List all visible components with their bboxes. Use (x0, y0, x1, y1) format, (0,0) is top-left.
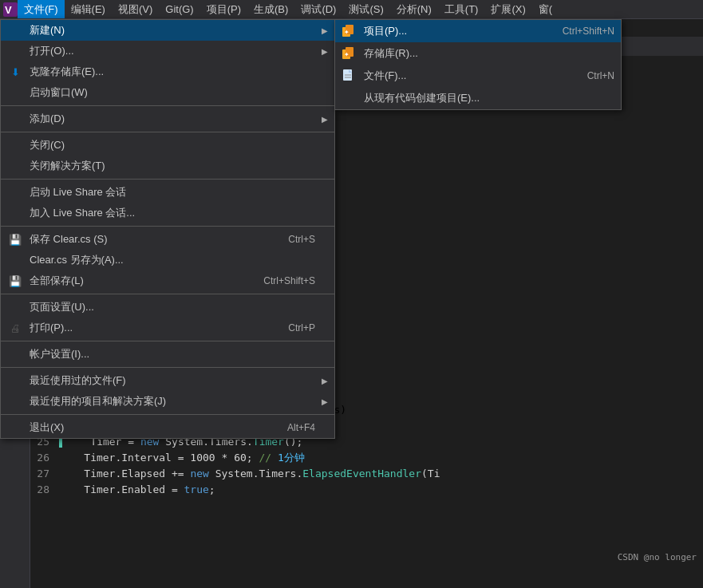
menu-item-live-share-start-label: 启动 Live Share 会话 (30, 185, 126, 199)
menu-item-recent-projects-label: 最近使用的项目和解决方案(J) (30, 394, 166, 408)
save-shortcut: Ctrl+S (288, 234, 315, 245)
menu-window[interactable]: 窗( (532, 0, 559, 18)
clone-icon: ⬇ (7, 64, 23, 80)
menu-item-clone[interactable]: ⬇ 克隆存储库(E)... (1, 61, 334, 82)
menu-item-join-live-label: 加入 Live Share 会话... (30, 206, 135, 220)
submenu-new-repo-label: 存储库(R)... (364, 46, 418, 61)
svg-text:✦: ✦ (344, 29, 350, 36)
svg-text:✦: ✦ (344, 51, 350, 58)
print-icon: 🖨 (7, 320, 23, 336)
submenu-new-project-label: 项目(P)... (364, 24, 407, 38)
menu-view[interactable]: 视图(V) (112, 0, 159, 18)
menu-item-save-all-label: 全部保存(L) (30, 274, 84, 288)
menu-item-exit-label: 退出(X) (30, 420, 64, 435)
menu-item-page-setup[interactable]: 页面设置(U)... (1, 297, 334, 318)
sep-7 (1, 367, 334, 368)
submenu-new-repo[interactable]: ✦ 存储库(R)... (335, 42, 621, 65)
new-repo-icon: ✦ (340, 45, 357, 62)
menu-item-print[interactable]: 🖨 打印(P)... Ctrl+P (1, 318, 334, 338)
menu-item-save-as[interactable]: Clear.cs 另存为(A)... (1, 250, 334, 270)
file-menu-dropdown: 新建(N) 打开(O)... ⬇ 克隆存储库(E)... 启动窗口(W) 添加(… (0, 19, 335, 439)
sep-8 (1, 414, 334, 415)
menu-test[interactable]: 测试(S) (342, 0, 389, 18)
menu-bar: V 文件(F) 编辑(E) 视图(V) Git(G) 项目(P) 生成(B) 调… (0, 0, 703, 19)
sep-6 (1, 341, 334, 341)
menu-item-save-all[interactable]: 💾 全部保存(L) Ctrl+Shift+S (1, 270, 334, 291)
menu-item-close-solution[interactable]: 关闭解决方案(T) (1, 156, 334, 176)
menu-extensions[interactable]: 扩展(X) (484, 0, 531, 18)
menu-item-join-live[interactable]: 加入 Live Share 会话... (1, 203, 334, 223)
submenu-new-file-label: 文件(F)... (364, 69, 406, 83)
menu-debug[interactable]: 调试(D) (294, 0, 342, 18)
menu-item-close-label: 关闭(C) (30, 138, 65, 152)
menu-item-recent-files[interactable]: 最近使用过的文件(F) (1, 370, 334, 391)
submenu-new-file-shortcut: Ctrl+N (587, 70, 614, 81)
menu-item-print-label: 打印(P)... (30, 321, 73, 335)
menu-item-new-label: 新建(N) (30, 23, 65, 37)
menu-item-save-as-label: Clear.cs 另存为(A)... (30, 253, 124, 267)
menu-item-recent-files-label: 最近使用过的文件(F) (30, 373, 126, 388)
menu-item-clone-label: 克隆存储库(E)... (30, 65, 104, 79)
watermark-label: CSDN @no longer (618, 550, 697, 566)
sep-4 (1, 226, 334, 227)
menu-item-account-label: 帐户设置(I)... (30, 347, 89, 361)
menu-item-account[interactable]: 帐户设置(I)... (1, 344, 334, 365)
submenu-new: ✦ 项目(P)... Ctrl+Shift+N ✦ 存储库(R)... 文件(F… (334, 19, 622, 110)
submenu-from-code-label: 从现有代码创建项目(E)... (364, 91, 480, 105)
sep-2 (1, 132, 334, 132)
menu-analyze[interactable]: 分析(N) (390, 0, 438, 18)
menu-project[interactable]: 项目(P) (200, 0, 247, 18)
menu-item-exit[interactable]: 退出(X) Alt+F4 (1, 417, 334, 438)
menu-build[interactable]: 生成(B) (247, 0, 294, 18)
sep-5 (1, 294, 334, 294)
menu-item-add[interactable]: 添加(D) (1, 109, 334, 129)
vs-logo-icon: V (3, 2, 18, 17)
menu-item-page-setup-label: 页面设置(U)... (30, 300, 94, 314)
menu-item-close-solution-label: 关闭解决方案(T) (30, 159, 105, 173)
submenu-new-file[interactable]: 文件(F)... Ctrl+N (335, 65, 621, 87)
print-shortcut: Ctrl+P (288, 322, 315, 333)
menu-item-close[interactable]: 关闭(C) (1, 135, 334, 156)
menu-item-launch-label: 启动窗口(W) (30, 85, 88, 100)
exit-shortcut: Alt+F4 (287, 422, 315, 433)
save-icon: 💾 (7, 231, 23, 247)
menu-file[interactable]: 文件(F) (18, 0, 65, 18)
menu-tools[interactable]: 工具(T) (438, 0, 485, 18)
new-project-icon: ✦ (340, 22, 357, 40)
menu-item-add-label: 添加(D) (30, 112, 65, 126)
new-file-icon (340, 67, 357, 85)
menu-item-launch[interactable]: 启动窗口(W) (1, 82, 334, 103)
menu-item-live-share-start[interactable]: 启动 Live Share 会话 (1, 182, 334, 203)
sep-1 (1, 105, 334, 106)
menu-item-open[interactable]: 打开(O)... (1, 41, 334, 61)
menu-item-open-label: 打开(O)... (30, 44, 74, 58)
submenu-from-code[interactable]: 从现有代码创建项目(E)... (335, 87, 621, 109)
menu-git[interactable]: Git(G) (159, 0, 199, 18)
menu-item-new[interactable]: 新建(N) (1, 20, 334, 41)
menu-item-save[interactable]: 💾 保存 Clear.cs (S) Ctrl+S (1, 229, 334, 250)
save-all-icon: 💾 (7, 273, 23, 289)
sep-3 (1, 179, 334, 180)
menu-item-save-label: 保存 Clear.cs (S) (30, 232, 108, 247)
svg-text:V: V (5, 4, 12, 16)
menu-edit[interactable]: 编辑(E) (65, 0, 112, 18)
submenu-new-project-shortcut: Ctrl+Shift+N (563, 26, 614, 37)
menu-item-recent-projects[interactable]: 最近使用的项目和解决方案(J) (1, 391, 334, 412)
submenu-new-project[interactable]: ✦ 项目(P)... Ctrl+Shift+N (335, 20, 621, 42)
save-all-shortcut: Ctrl+Shift+S (263, 275, 315, 286)
